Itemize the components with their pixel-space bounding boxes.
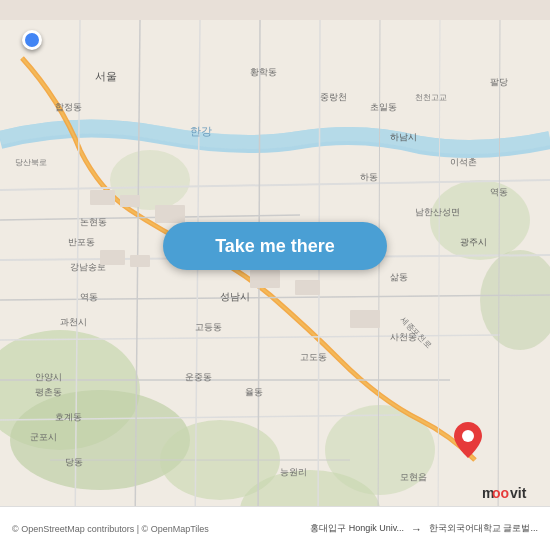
- moovit-logo: m oo vit: [482, 484, 542, 502]
- svg-text:초일동: 초일동: [370, 102, 397, 112]
- svg-text:남한산성면: 남한산성면: [415, 207, 460, 217]
- take-me-there-button[interactable]: Take me there: [163, 222, 387, 270]
- svg-text:vit: vit: [510, 485, 527, 501]
- svg-text:팔당: 팔당: [490, 77, 508, 87]
- svg-text:당산북로: 당산북로: [15, 158, 47, 167]
- moovit-branding: m oo vit: [482, 484, 542, 502]
- svg-rect-61: [120, 195, 140, 207]
- svg-text:군포시: 군포시: [30, 432, 57, 442]
- svg-text:율동: 율동: [245, 387, 263, 397]
- svg-text:반포동: 반포동: [68, 237, 95, 247]
- svg-text:역동: 역동: [80, 292, 98, 302]
- bottom-bar-right: 홍대입구 Hongik Univ... → 한국외국어대학교 글로벌...: [310, 522, 538, 535]
- svg-text:천천고교: 천천고교: [415, 93, 447, 102]
- svg-text:oo: oo: [492, 485, 509, 501]
- svg-text:이석촌: 이석촌: [450, 157, 477, 167]
- svg-rect-67: [350, 310, 380, 328]
- svg-text:당동: 당동: [65, 457, 83, 467]
- svg-point-4: [430, 180, 530, 260]
- bottom-bar: © OpenStreetMap contributors | © OpenMap…: [0, 506, 550, 550]
- svg-text:고도동: 고도동: [300, 352, 327, 362]
- origin-pin: [22, 30, 42, 50]
- svg-rect-60: [90, 190, 115, 205]
- route-arrow: →: [411, 523, 422, 535]
- svg-text:과천시: 과천시: [60, 317, 87, 327]
- svg-text:모현읍: 모현읍: [400, 472, 427, 482]
- svg-rect-64: [130, 255, 150, 267]
- svg-rect-62: [155, 205, 185, 223]
- svg-text:한강: 한강: [190, 125, 212, 137]
- svg-point-68: [462, 430, 474, 442]
- svg-text:고등동: 고등동: [195, 322, 222, 332]
- map-background: 서울 황학동 중랑천 한강 합정동 당산북로 논현동 강남송로 역동 반포동 과…: [0, 0, 550, 550]
- from-station: 홍대입구 Hongik Univ...: [310, 522, 404, 535]
- svg-rect-66: [295, 280, 320, 295]
- svg-text:역동: 역동: [490, 187, 508, 197]
- svg-rect-65: [250, 270, 280, 288]
- svg-text:안양시: 안양시: [35, 372, 62, 382]
- svg-text:중랑천: 중랑천: [320, 92, 347, 102]
- svg-text:하남시: 하남시: [390, 132, 417, 142]
- to-station: 한국외국어대학교 글로벌...: [429, 522, 538, 535]
- svg-text:호계동: 호계동: [55, 412, 82, 422]
- svg-text:평촌동: 평촌동: [35, 387, 62, 397]
- svg-text:하동: 하동: [360, 172, 378, 182]
- svg-text:능원리: 능원리: [280, 467, 307, 477]
- svg-text:황학동: 황학동: [250, 67, 277, 77]
- attribution-text: © OpenStreetMap contributors | © OpenMap…: [12, 524, 209, 534]
- svg-text:삶동: 삶동: [390, 272, 408, 282]
- svg-text:성남시: 성남시: [220, 291, 250, 302]
- svg-text:운중동: 운중동: [185, 372, 212, 382]
- svg-text:논현동: 논현동: [80, 217, 107, 227]
- svg-text:광주시: 광주시: [460, 237, 487, 247]
- destination-pin: [454, 422, 482, 458]
- svg-rect-63: [100, 250, 125, 265]
- map-container: 서울 황학동 중랑천 한강 합정동 당산북로 논현동 강남송로 역동 반포동 과…: [0, 0, 550, 550]
- svg-text:서울: 서울: [95, 70, 117, 82]
- svg-text:합정동: 합정동: [55, 102, 82, 112]
